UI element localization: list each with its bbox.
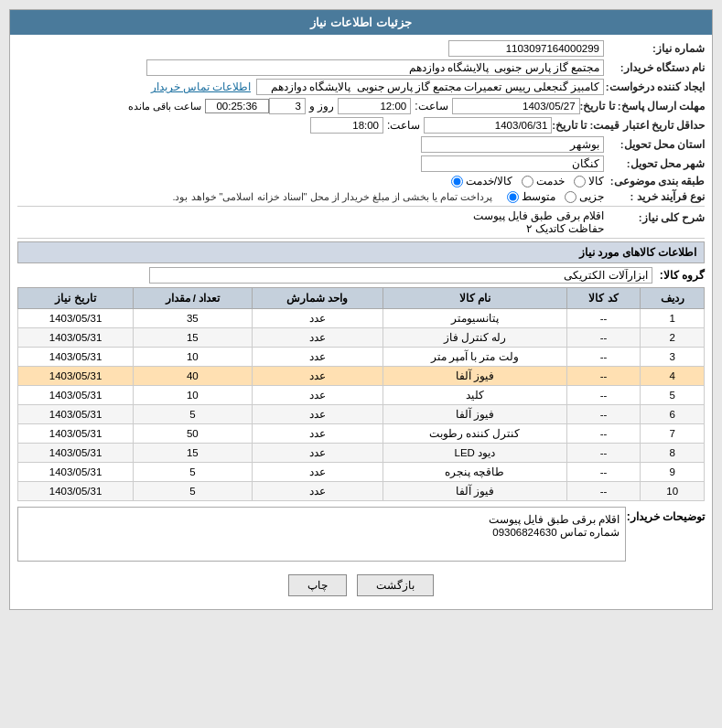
mohlat-saat-label: ساعت:	[415, 100, 447, 112]
purchase-note: پرداخت تمام یا بخشی از مبلغ خریدار از مح…	[172, 191, 492, 203]
countdown-display: 00:25:36	[205, 99, 269, 113]
radio-motovaset[interactable]	[507, 191, 519, 203]
cell-radif: 1	[641, 309, 705, 328]
notes-line1: اقلام برقی طبق فایل پیوست	[24, 513, 620, 526]
cell-tarikh: 1403/05/31	[18, 367, 134, 386]
goods-table: ردیف کد کالا نام کالا واحد شمارش تعداد /…	[17, 287, 705, 501]
grohe-kala-input[interactable]	[149, 267, 652, 284]
col-tedad: تعداد / مقدار	[134, 288, 253, 309]
cell-vahed: عدد	[252, 309, 383, 328]
mohlat-label: مهلت ارسال پاسخ: تا تاریخ:	[580, 100, 705, 112]
cell-vahed: عدد	[252, 482, 383, 501]
ostan-input[interactable]	[421, 136, 604, 153]
col-vahed: واحد شمارش	[252, 288, 383, 309]
cell-tedad: 10	[134, 348, 253, 367]
cell-nam: فیوز آلفا	[383, 367, 566, 386]
tabaghebandi-label: طبقه بندی موضوعی:	[604, 175, 705, 187]
hadaksar-row: حداقل تاریخ اعتبار قیمت: تا تاریخ: ساعت:	[17, 117, 705, 134]
cell-kod: --	[566, 482, 641, 501]
radio-khedmat-label: خدمت	[536, 175, 565, 187]
sharh-koli-row: شرح کلی نیاز: اقلام برقی طبق فایل پیوست …	[17, 209, 705, 235]
cell-tedad: 10	[134, 386, 253, 405]
page-title: جزئیات اطلاعات نیاز	[310, 16, 411, 29]
cell-tarikh: 1403/05/31	[18, 309, 134, 328]
cell-radif: 6	[641, 405, 705, 424]
cell-radif: 4	[641, 367, 705, 386]
cell-tarikh: 1403/05/31	[18, 424, 134, 444]
hadaksar-date-input[interactable]	[424, 117, 552, 134]
notes-line2: شماره تماس 09306824630	[24, 526, 620, 539]
cell-kod: --	[566, 348, 641, 367]
table-row: 6 -- فیوز آلفا عدد 5 1403/05/31	[18, 405, 705, 424]
cell-kod: --	[566, 463, 641, 482]
notes-label: توضیحات خریدار:	[631, 507, 705, 523]
radio-kala[interactable]	[574, 176, 586, 187]
radio-kala-label: کالا	[588, 175, 604, 187]
ostan-label: استان محل تحویل:	[604, 138, 705, 151]
back-button[interactable]: بازگشت	[357, 574, 434, 596]
cell-nam: فیوز آلفا	[383, 482, 566, 501]
divider-1	[17, 206, 705, 207]
cell-vahed: عدد	[252, 444, 383, 463]
cell-vahed: عدد	[252, 348, 383, 367]
radio-motovaset-label: متوسط	[522, 190, 555, 203]
cell-radif: 7	[641, 424, 705, 444]
cell-nam: طاقچه پنجره	[383, 463, 566, 482]
radio-kala-khedmat-label: کالا/خدمت	[466, 175, 512, 187]
radio-kala-khedmat-item[interactable]: کالا/خدمت	[451, 175, 512, 187]
radio-khedmat[interactable]	[522, 176, 533, 187]
cell-radif: 2	[641, 328, 705, 348]
shomare-niaz-label: شماره نیاز:	[604, 42, 705, 55]
radio-kala-khedmat[interactable]	[451, 176, 463, 187]
hadaksar-label: حداقل تاریخ اعتبار قیمت: تا تاریخ:	[552, 119, 705, 132]
noefara-label: نوع فرآیند خرید :	[604, 190, 705, 203]
cell-tedad: 35	[134, 309, 253, 328]
divider-2	[17, 238, 705, 239]
shahr-input[interactable]	[421, 155, 604, 172]
shahr-row: شهر محل تحویل:	[17, 155, 705, 172]
ettela-tamas-link[interactable]: اطلاعات تماس خریدار	[151, 80, 251, 93]
button-row: بازگشت چاپ	[17, 567, 705, 604]
ijad-konande-input[interactable]	[256, 79, 604, 95]
ijad-konande-label: ایجاد کننده درخواست:	[604, 80, 705, 93]
grohe-kala-row: گروه کالا:	[17, 267, 705, 284]
col-tarikh: تاریخ نیاز	[18, 288, 134, 309]
countdown-label: ساعت باقی مانده	[128, 101, 201, 112]
radio-kala-item[interactable]: کالا	[574, 175, 604, 187]
notes-content: اقلام برقی طبق فایل پیوست شماره تماس 093…	[17, 507, 626, 562]
cell-nam: فیوز آلفا	[383, 405, 566, 424]
sharh-koli-label: شرح کلی نیاز:	[604, 209, 705, 224]
table-row: 10 -- فیوز آلفا عدد 5 1403/05/31	[18, 482, 705, 501]
nam-dastgah-label: نام دستگاه خریدار:	[604, 61, 705, 74]
hadaksar-saat-input[interactable]	[310, 117, 383, 134]
mohlat-roz-input[interactable]	[269, 98, 306, 114]
mohlat-saat-input[interactable]	[338, 98, 411, 114]
radio-jozyi[interactable]	[565, 191, 577, 203]
kalahs-title: اطلاعات کالاهای مورد نیاز	[17, 241, 705, 263]
mohlat-roz-label: روز و	[309, 100, 334, 112]
radio-motovaset-item[interactable]: متوسط	[507, 190, 555, 203]
mohlat-date-input[interactable]	[452, 98, 580, 114]
cell-tarikh: 1403/05/31	[18, 463, 134, 482]
table-row: 3 -- ولت متر با آمپر متر عدد 10 1403/05/…	[18, 348, 705, 367]
print-button[interactable]: چاپ	[288, 574, 347, 596]
radio-khedmat-item[interactable]: خدمت	[522, 175, 565, 187]
sharh-koli-content: اقلام برقی طبق فایل پیوست حفاظت کاتدیک ۲	[17, 209, 604, 235]
cell-kod: --	[566, 309, 641, 328]
cell-radif: 10	[641, 482, 705, 501]
cell-kod: --	[566, 367, 641, 386]
col-nam: نام کالا	[383, 288, 566, 309]
cell-tedad: 50	[134, 424, 253, 444]
shahr-label: شهر محل تحویل:	[604, 157, 705, 170]
cell-kod: --	[566, 424, 641, 444]
notes-section: توضیحات خریدار: اقلام برقی طبق فایل پیوس…	[17, 507, 705, 562]
cell-kod: --	[566, 328, 641, 348]
grohe-kala-label: گروه کالا:	[660, 269, 705, 282]
nam-dastgah-input[interactable]	[146, 59, 604, 76]
shomare-niaz-input[interactable]	[448, 40, 604, 57]
radio-jozyi-item[interactable]: جزیی	[565, 190, 604, 203]
sharh-koli-line2: حفاظت کاتدیک ۲	[17, 222, 604, 235]
col-kod: کد کالا	[566, 288, 641, 309]
table-row: 4 -- فیوز آلفا عدد 40 1403/05/31	[18, 367, 705, 386]
table-row: 1 -- پتانسیومتر عدد 35 1403/05/31	[18, 309, 705, 328]
